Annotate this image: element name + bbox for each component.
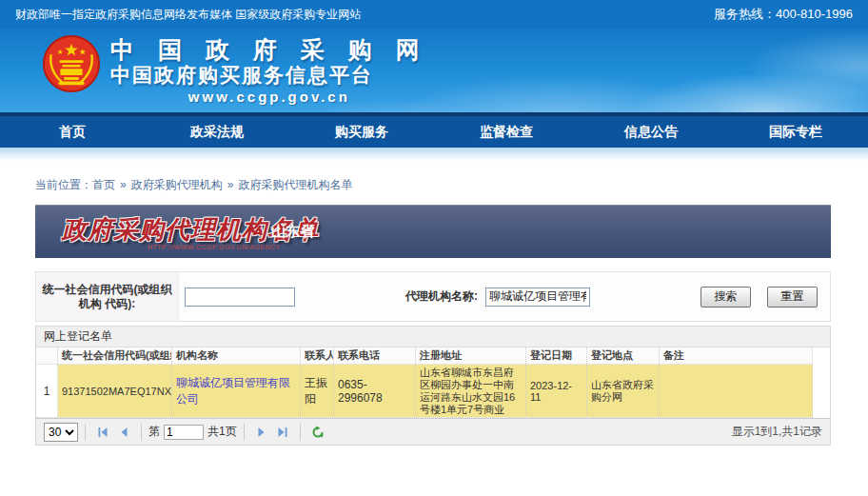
row-contact-cell: 王振阳 <box>301 365 334 417</box>
main-nav: 首页 政采法规 购买服务 监督检查 信息公告 国际专栏 <box>0 116 868 148</box>
pagination-bar: 30 第 共1页 显示1到1,共1记录 <box>36 418 830 445</box>
breadcrumb-prefix: 当前位置： <box>35 178 92 191</box>
agency-name-label: 代理机构名称: <box>405 288 478 305</box>
breadcrumb: 当前位置：首页»政府采购代理机构»政府采购代理机构名单 <box>35 177 868 192</box>
nav-item-purchase-services[interactable]: 购买服务 <box>289 116 434 148</box>
search-form: 统一社会信用代码(或组织机构 代码): 代理机构名称: 搜索 重置 <box>35 271 831 322</box>
nav-item-home[interactable]: 首页 <box>0 116 145 148</box>
table-header-row: 统一社会信用代码(或组织 机构名称 联系人 联系电话 注册地址 登记日期 登记地… <box>36 347 813 365</box>
pager-divider <box>141 424 142 441</box>
pager-divider <box>300 424 301 441</box>
site-header: 中 国 政 府 采 购 网 中国政府购买服务信息平台 www.ccgp.gov.… <box>0 29 868 116</box>
row-phone-cell: 0635-2996078 <box>334 365 416 417</box>
nav-item-supervision[interactable]: 监督检查 <box>434 116 579 148</box>
header-titles: 中 国 政 府 采 购 网 中国政府购买服务信息平台 www.ccgp.gov.… <box>110 36 428 107</box>
nav-item-international[interactable]: 国际专栏 <box>723 116 868 148</box>
credit-code-input[interactable] <box>185 288 295 307</box>
row-remark-cell <box>660 365 813 417</box>
row-reg-date-cell: 2023-12-11 <box>526 365 587 417</box>
search-button[interactable]: 搜索 <box>700 287 751 308</box>
page-size-select[interactable]: 30 <box>44 423 78 442</box>
col-header-reg-place: 登记地点 <box>587 347 660 364</box>
page-number-prefix: 第 <box>148 424 160 440</box>
refresh-icon[interactable] <box>310 425 326 440</box>
row-address-cell: 山东省聊城市东昌府区柳园办事处一中南运河路东山水文园16号楼1单元7号商业 <box>416 365 526 417</box>
agency-list-banner: 政府采购代理机构名单 HTTP://WWW.CCGP.GOV.CN/AGENCY… <box>35 205 831 258</box>
credit-code-label: 统一社会信用代码(或组织机构 代码): <box>36 272 179 321</box>
col-header-phone: 联系电话 <box>334 347 416 364</box>
site-subtitle: 中国政府购买服务信息平台 <box>110 63 428 88</box>
col-header-remark: 备注 <box>660 347 813 364</box>
top-bar: 财政部唯一指定政府采购信息网络发布媒体 国家级政府采购专业网站 服务热线：400… <box>0 0 868 29</box>
record-count-summary: 显示1到1,共1记录 <box>732 424 822 440</box>
service-hotline: 服务热线：400-810-1996 <box>714 6 853 23</box>
site-title: 中 国 政 府 采 购 网 <box>110 36 428 63</box>
results-table: 网上登记名单 统一社会信用代码(或组织 机构名称 联系人 联系电话 注册地址 登… <box>35 326 831 446</box>
first-page-icon[interactable] <box>95 425 110 440</box>
table-row: 1 91371502MA7EQ17NXK 聊城诚亿项目管理有限公司 王振阳 06… <box>36 365 813 418</box>
page-number-input[interactable] <box>164 425 204 440</box>
national-emblem-logo <box>42 34 101 93</box>
col-header-contact: 联系人 <box>301 347 334 364</box>
breadcrumb-separator: » <box>120 178 127 191</box>
agency-name-input[interactable] <box>485 288 590 307</box>
banner-url: HTTP://WWW.CCGP.GOV.CN/AGENCY <box>148 244 281 250</box>
prev-page-icon[interactable] <box>116 425 131 440</box>
site-slogan: 财政部唯一指定政府采购信息网络发布媒体 国家级政府采购专业网站 <box>15 7 361 23</box>
col-header-index <box>36 347 58 364</box>
reset-button[interactable]: 重置 <box>767 287 818 308</box>
breadcrumb-agency-link[interactable]: 政府采购代理机构 <box>131 178 223 191</box>
col-header-credit-code: 统一社会信用代码(或组织 <box>58 347 172 364</box>
row-reg-place-cell: 山东省政府采购分网 <box>587 365 660 417</box>
agency-name-link[interactable]: 聊城诚亿项目管理有限公司 <box>176 375 296 407</box>
banner-region-label: 山东省 <box>271 223 314 241</box>
nav-item-regulations[interactable]: 政采法规 <box>145 116 289 148</box>
table-section-title: 网上登记名单 <box>36 327 830 347</box>
pager-divider <box>244 424 245 441</box>
row-credit-code-cell: 91371502MA7EQ17NXK <box>58 365 172 417</box>
pager-divider <box>85 424 86 441</box>
row-index-cell: 1 <box>36 365 58 417</box>
nav-fade-strip <box>0 148 868 161</box>
col-header-reg-date: 登记日期 <box>526 347 587 364</box>
breadcrumb-current: 政府采购代理机构名单 <box>238 178 352 191</box>
next-page-icon[interactable] <box>254 425 269 440</box>
last-page-icon[interactable] <box>275 425 290 440</box>
site-url: www.ccgp.gov.cn <box>110 88 428 107</box>
total-pages-label: 共1页 <box>207 424 237 440</box>
col-header-address: 注册地址 <box>416 347 526 364</box>
col-header-agency-name: 机构名称 <box>172 347 301 364</box>
nav-item-announcements[interactable]: 信息公告 <box>579 116 723 148</box>
breadcrumb-home-link[interactable]: 首页 <box>92 178 115 191</box>
row-agency-name-cell: 聊城诚亿项目管理有限公司 <box>172 365 301 417</box>
breadcrumb-separator: » <box>227 178 234 191</box>
